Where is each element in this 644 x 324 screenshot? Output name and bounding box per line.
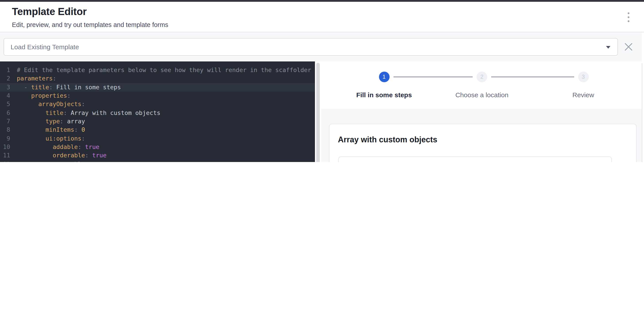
editor-line: 5 arrayObjects:	[0, 100, 315, 109]
line-code: minItems: 0	[17, 126, 85, 134]
line-code: addable: true	[17, 143, 100, 151]
line-number: 3	[0, 83, 10, 92]
step-circle-2[interactable]: 2	[476, 72, 487, 82]
line-number: 5	[0, 100, 10, 109]
step-label-3[interactable]: Review	[535, 91, 632, 99]
line-code: type: array	[17, 117, 85, 126]
main-split: 1# Edit the template parameters below to…	[0, 62, 644, 162]
line-code: - title: Fill in some steps	[17, 83, 121, 92]
wizard-stepper: 1Fill in some steps2Choose a location3Re…	[321, 62, 642, 109]
line-code: ui:options:	[17, 134, 85, 143]
load-select-placeholder: Load Existing Template	[10, 43, 79, 51]
editor-line: 2parameters:	[0, 75, 315, 83]
page-scrollbar-track[interactable]	[642, 63, 642, 162]
form-section-card: Array with custom objects Array with cus…	[329, 124, 636, 162]
form-section-title: Array with custom objects	[338, 135, 437, 145]
clear-template-button[interactable]	[624, 42, 634, 52]
editor-line: 12 removable: true	[0, 160, 315, 162]
line-code: # Edit the template parameters below to …	[17, 66, 315, 75]
line-code: parameters:	[17, 75, 56, 83]
stepper-connector	[491, 77, 574, 77]
line-code: title: Array with custom objects	[17, 109, 160, 117]
line-code: removable: true	[17, 160, 106, 162]
line-number: 4	[0, 92, 10, 100]
editor-line: 10 addable: true	[0, 143, 315, 151]
line-number: 11	[0, 151, 10, 160]
page-header: Template Editor Edit, preview, and try o…	[0, 2, 644, 32]
editor-line: 7 type: array	[0, 117, 315, 126]
page-title: Template Editor	[12, 6, 86, 18]
window-top-bar	[0, 0, 644, 2]
editor-line: 11 orderable: true	[0, 151, 315, 160]
editor-line: 9 ui:options:	[0, 134, 315, 143]
line-number: 2	[0, 75, 10, 83]
yaml-code-editor[interactable]: 1# Edit the template parameters below to…	[0, 62, 315, 162]
line-code: properties:	[17, 92, 71, 100]
editor-line: 6 title: Array with custom objects	[0, 109, 315, 117]
template-editor-page: Template Editor Edit, preview, and try o…	[0, 0, 644, 162]
step-label-1[interactable]: Fill in some steps	[336, 91, 433, 99]
array-item-card: Array with custom objects-1 Array string…	[338, 156, 612, 162]
page-subtitle: Edit, preview, and try out templates and…	[12, 21, 168, 28]
editor-lines: 1# Edit the template parameters below to…	[0, 66, 315, 162]
editor-line: 8 minItems: 0	[0, 126, 315, 134]
line-number: 1	[0, 66, 10, 75]
load-template-bar: Load Existing Template	[0, 32, 642, 62]
line-number: 6	[0, 109, 10, 117]
load-existing-template-select[interactable]: Load Existing Template	[4, 38, 618, 56]
line-number: 12	[0, 160, 10, 162]
preview-panel: 1Fill in some steps2Choose a location3Re…	[321, 62, 642, 162]
editor-scrollbar[interactable]	[316, 63, 320, 162]
stepper-connector	[393, 77, 472, 77]
line-number: 10	[0, 143, 10, 151]
editor-line: 3 - title: Fill in some steps	[0, 83, 315, 92]
line-number: 7	[0, 117, 10, 126]
step-label-2[interactable]: Choose a location	[433, 91, 530, 99]
chevron-down-icon	[606, 46, 610, 49]
line-code: orderable: true	[17, 151, 106, 160]
line-number: 9	[0, 134, 10, 143]
step-circle-3[interactable]: 3	[578, 72, 588, 82]
line-number: 8	[0, 126, 10, 134]
editor-line: 4 properties:	[0, 92, 315, 100]
line-code: arrayObjects:	[17, 100, 85, 109]
form-preview-area: Array with custom objects Array with cus…	[321, 109, 642, 162]
close-icon	[624, 42, 634, 52]
kebab-menu-icon[interactable]	[626, 12, 631, 22]
step-circle-1[interactable]: 1	[379, 72, 389, 82]
editor-line: 1# Edit the template parameters below to…	[0, 66, 315, 75]
